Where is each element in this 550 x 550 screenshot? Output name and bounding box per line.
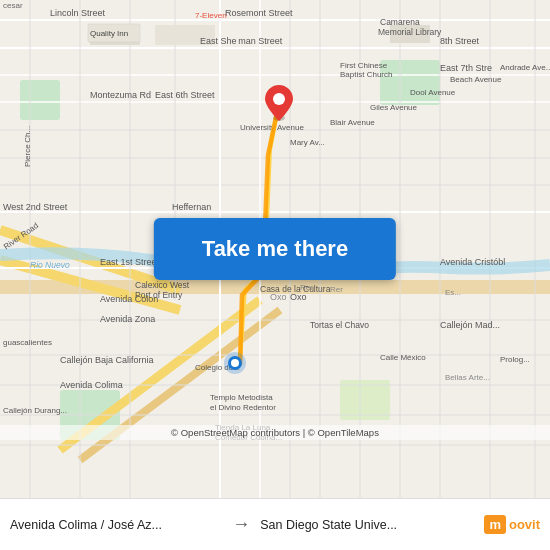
svg-text:First Chinese: First Chinese bbox=[340, 61, 388, 70]
svg-text:Rer: Rer bbox=[330, 285, 343, 294]
svg-text:Callejón Mad...: Callejón Mad... bbox=[440, 320, 500, 330]
svg-text:Camarena: Camarena bbox=[380, 17, 420, 27]
svg-text:Memorial Library: Memorial Library bbox=[378, 27, 442, 37]
destination-label: San Diego State Unive... bbox=[260, 518, 472, 532]
svg-rect-4 bbox=[340, 380, 390, 420]
moovit-text: oovit bbox=[509, 517, 540, 532]
svg-text:Avenida Cristóbl: Avenida Cristóbl bbox=[440, 257, 505, 267]
svg-text:Callejón Baja California: Callejón Baja California bbox=[60, 355, 154, 365]
svg-text:Rosemont Street: Rosemont Street bbox=[225, 8, 293, 18]
svg-text:Andrade Ave...: Andrade Ave... bbox=[500, 63, 550, 72]
svg-text:Avenida Colima: Avenida Colima bbox=[60, 380, 123, 390]
svg-text:West 2nd Street: West 2nd Street bbox=[3, 202, 68, 212]
svg-point-96 bbox=[273, 93, 285, 105]
svg-rect-2 bbox=[380, 60, 440, 105]
svg-text:Casa de la Cultura: Casa de la Cultura bbox=[260, 284, 331, 294]
svg-rect-1 bbox=[20, 80, 60, 120]
svg-text:East 6th Street: East 6th Street bbox=[155, 90, 215, 100]
svg-text:Templo Metodista: Templo Metodista bbox=[210, 393, 273, 402]
svg-text:Port of Entry: Port of Entry bbox=[135, 290, 183, 300]
svg-text:Tortas el Chavo: Tortas el Chavo bbox=[310, 320, 369, 330]
svg-text:guascalientes: guascalientes bbox=[3, 338, 52, 347]
svg-text:Blair Avenue: Blair Avenue bbox=[330, 118, 375, 127]
arrow-icon: → bbox=[228, 514, 254, 535]
svg-text:8th Street: 8th Street bbox=[440, 36, 480, 46]
svg-text:Baptist Church: Baptist Church bbox=[340, 70, 392, 79]
svg-text:Bellas Arte...: Bellas Arte... bbox=[445, 373, 490, 382]
moovit-m-badge: m bbox=[484, 515, 506, 534]
svg-text:Prolog...: Prolog... bbox=[500, 355, 530, 364]
svg-text:Heffernan: Heffernan bbox=[172, 202, 211, 212]
map-attribution: © OpenStreetMap contributors | © OpenTil… bbox=[0, 425, 550, 440]
svg-text:el Divino Redentor: el Divino Redentor bbox=[210, 403, 276, 412]
svg-text:East 1st Street: East 1st Street bbox=[100, 257, 160, 267]
svg-text:Giles Avenue: Giles Avenue bbox=[370, 103, 418, 112]
svg-text:7-Eleven: 7-Eleven bbox=[195, 11, 227, 20]
svg-text:Beach Avenue: Beach Avenue bbox=[450, 75, 502, 84]
svg-text:Pierce Ch...: Pierce Ch... bbox=[23, 126, 32, 167]
svg-text:Lincoln Street: Lincoln Street bbox=[50, 8, 106, 18]
svg-text:Callejón Durang...: Callejón Durang... bbox=[3, 406, 67, 415]
origin-label: Avenida Colima / José Az... bbox=[10, 518, 222, 532]
svg-text:Es...: Es... bbox=[445, 288, 461, 297]
svg-text:Calexico West: Calexico West bbox=[135, 280, 190, 290]
map-container: Lincoln Street Rosemont Street 8th Stree… bbox=[0, 0, 550, 498]
app: Lincoln Street Rosemont Street 8th Stree… bbox=[0, 0, 550, 550]
svg-text:Mary Av...: Mary Av... bbox=[290, 138, 325, 147]
svg-text:Dool Avenue: Dool Avenue bbox=[410, 88, 456, 97]
footer-bar: Avenida Colima / José Az... → San Diego … bbox=[0, 498, 550, 550]
moovit-logo: m oovit bbox=[484, 515, 540, 534]
svg-text:Calle México: Calle México bbox=[380, 353, 426, 362]
svg-text:East 7th Stre: East 7th Stre bbox=[440, 63, 492, 73]
svg-text:Quality Inn: Quality Inn bbox=[90, 29, 128, 38]
destination-pin bbox=[265, 85, 293, 125]
svg-text:Rio Nuevo: Rio Nuevo bbox=[30, 260, 70, 270]
take-me-there-button[interactable]: Take me there bbox=[154, 218, 396, 280]
svg-text:cesar: cesar bbox=[3, 1, 23, 10]
svg-point-99 bbox=[231, 359, 239, 367]
svg-text:East She man Street: East She man Street bbox=[200, 36, 283, 46]
svg-text:Montezuma Rd: Montezuma Rd bbox=[90, 90, 151, 100]
svg-text:Avenida Zona: Avenida Zona bbox=[100, 314, 155, 324]
